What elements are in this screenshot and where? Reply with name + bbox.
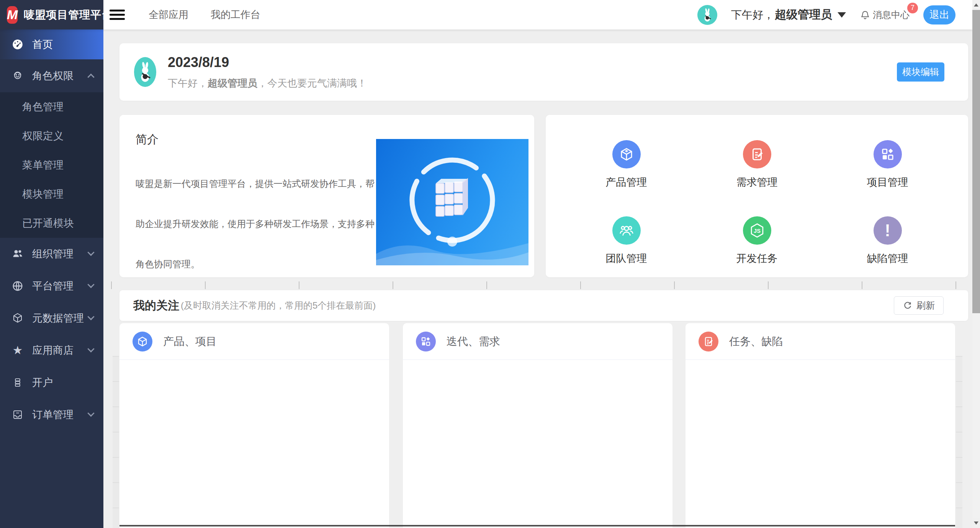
bell-icon	[860, 10, 870, 20]
intro-card: 简介 唛盟是新一代项目管理平台，提供一站式研发协作工具，帮助企业提升研发效能，使…	[119, 115, 534, 277]
chevron-down-icon	[87, 281, 94, 288]
modules-card: 产品管理 需求管理 项目管理	[546, 115, 968, 277]
globe-icon	[11, 280, 25, 292]
welcome-card: 2023/8/19 下午好，超级管理员，今天也要元气满满哦！ 模块编辑	[119, 43, 968, 101]
intro-illustration	[376, 139, 528, 265]
welcome-texts: 2023/8/19 下午好，超级管理员，今天也要元气满满哦！	[168, 54, 367, 90]
sidebar-item-label: 首页	[32, 38, 53, 51]
follow-card-title: 任务、缺陷	[729, 334, 783, 349]
intro-text: 唛盟是新一代项目管理平台，提供一站式研发协作工具，帮助企业提升研发效能，使用于多…	[136, 163, 375, 277]
logout-button[interactable]: 退出	[923, 5, 955, 25]
chevron-up-icon	[87, 74, 94, 80]
sidebar-item-label: 订单管理	[32, 408, 74, 422]
grid-ruler-left	[113, 356, 119, 528]
grid-diamond-icon	[416, 332, 436, 351]
sidebar-subitem-menu-manage[interactable]: 菜单管理	[0, 150, 103, 180]
page-scrollbar[interactable]	[972, 0, 980, 528]
chevron-down-icon	[87, 410, 94, 417]
message-center[interactable]: 消息中心 7	[860, 9, 910, 21]
sidebar-item-orders[interactable]: 订单管理	[0, 399, 103, 431]
menu-toggle-icon[interactable]	[110, 7, 125, 22]
app-logo[interactable]: M 唛盟项目管理平台	[0, 0, 103, 29]
message-center-label: 消息中心	[873, 9, 910, 21]
doc-edit-icon	[743, 140, 771, 168]
sidebar-item-metadata[interactable]: 元数据管理	[0, 302, 103, 334]
logo-icon: M	[7, 6, 18, 24]
module-project[interactable]: 项目管理	[822, 140, 953, 201]
chevron-down-icon	[87, 249, 94, 256]
cube-3d-icon	[612, 140, 641, 168]
role-icon	[11, 70, 25, 82]
user-greeting[interactable]: 下午好， 超级管理员	[731, 7, 846, 23]
refresh-icon	[903, 301, 913, 311]
sidebar-item-roles[interactable]: 角色权限	[0, 59, 103, 92]
nav-all-apps[interactable]: 全部应用	[149, 8, 188, 21]
follow-section-header: 我的关注 (及时取消关注不常用的，常用的5个排在最前面) 刷新	[119, 290, 968, 321]
module-requirement[interactable]: 需求管理	[692, 140, 822, 201]
follow-title: 我的关注	[133, 298, 179, 314]
rabbit-icon	[135, 60, 155, 84]
main-content: 2023/8/19 下午好，超级管理员，今天也要元气满满哦！ 模块编辑 简介 唛…	[103, 29, 972, 528]
nav-my-workbench[interactable]: 我的工作台	[211, 8, 260, 21]
grid-ruler-right	[956, 356, 962, 528]
module-label: 团队管理	[606, 252, 647, 265]
sidebar-subitem-permission-define[interactable]: 权限定义	[0, 121, 103, 150]
welcome-avatar	[134, 57, 156, 87]
sidebar-subitem-module-manage[interactable]: 模块管理	[0, 180, 103, 209]
sidebar-item-label: 元数据管理	[32, 311, 84, 325]
chevron-down-icon	[87, 313, 94, 320]
module-product[interactable]: 产品管理	[561, 140, 692, 201]
sidebar-item-platform[interactable]: 平台管理	[0, 270, 103, 302]
follow-card-header: 任务、缺陷	[686, 323, 955, 360]
module-dev-task[interactable]: JS 开发任务	[692, 216, 822, 277]
follow-card-title: 迭代、需求	[447, 334, 500, 349]
grid-ticks	[111, 281, 967, 289]
message-badge: 7	[907, 3, 918, 13]
sidebar-item-label: 角色权限	[32, 69, 74, 83]
chevron-down-icon	[87, 345, 94, 352]
follow-card-header: 迭代、需求	[403, 323, 672, 360]
top-header: M 唛盟项目管理平台 全部应用 我的工作台 下午好， 超级管理员	[0, 0, 972, 29]
follow-card-iterations-requirements: 迭代、需求	[403, 323, 672, 528]
exclamation-icon: !	[874, 216, 902, 245]
header-right: 下午好， 超级管理员 消息中心 7 退出	[697, 5, 972, 25]
chevron-down-icon	[838, 12, 846, 18]
module-team[interactable]: 团队管理	[561, 216, 692, 277]
sidebar-item-organization[interactable]: 组织管理	[0, 238, 103, 270]
sidebar-item-open-account[interactable]: 开户	[0, 366, 103, 399]
module-label: 需求管理	[736, 175, 778, 189]
sidebar-item-label: 开户	[32, 376, 53, 389]
user-avatar[interactable]	[697, 5, 717, 25]
sidebar-item-app-store[interactable]: ★ 应用商店	[0, 334, 103, 366]
order-icon	[11, 409, 25, 420]
sidebar-item-label: 组织管理	[32, 247, 74, 261]
module-label: 产品管理	[606, 175, 647, 189]
cube-icon	[11, 312, 25, 324]
sidebar-item-label: 平台管理	[32, 279, 74, 293]
sidebar-subitem-role-manage[interactable]: 角色管理	[0, 92, 103, 121]
database-icon	[11, 377, 25, 388]
star-icon: ★	[11, 345, 25, 356]
cube-3d-icon	[133, 332, 152, 351]
clipped-row-edge	[119, 525, 955, 526]
scroll-down-button[interactable]	[972, 518, 980, 528]
grid-diamond-icon	[874, 140, 902, 168]
module-label: 项目管理	[867, 175, 908, 189]
dashboard-icon	[11, 38, 25, 51]
sidebar: 首页 角色权限 角色管理 权限定义 菜单管理 模块管理 已开通模块	[0, 29, 103, 528]
app-title: 唛盟项目管理平台	[24, 8, 113, 22]
scroll-up-button[interactable]	[972, 0, 980, 10]
top-nav: 全部应用 我的工作台	[149, 8, 260, 21]
sidebar-item-label: 应用商店	[32, 343, 74, 357]
module-label: 缺陷管理	[867, 252, 908, 265]
module-defect[interactable]: ! 缺陷管理	[822, 216, 953, 277]
sidebar-subitem-opened-modules[interactable]: 已开通模块	[0, 209, 103, 238]
follow-card-tasks-defects: 任务、缺陷	[686, 323, 955, 528]
follow-card-title: 产品、项目	[163, 334, 217, 349]
refresh-button[interactable]: 刷新	[894, 296, 944, 315]
scrollbar-thumb[interactable]	[972, 10, 980, 313]
module-edit-button[interactable]: 模块编辑	[897, 62, 944, 82]
doc-edit-icon	[699, 332, 718, 351]
organization-icon	[11, 248, 25, 260]
sidebar-item-home[interactable]: 首页	[0, 29, 103, 59]
